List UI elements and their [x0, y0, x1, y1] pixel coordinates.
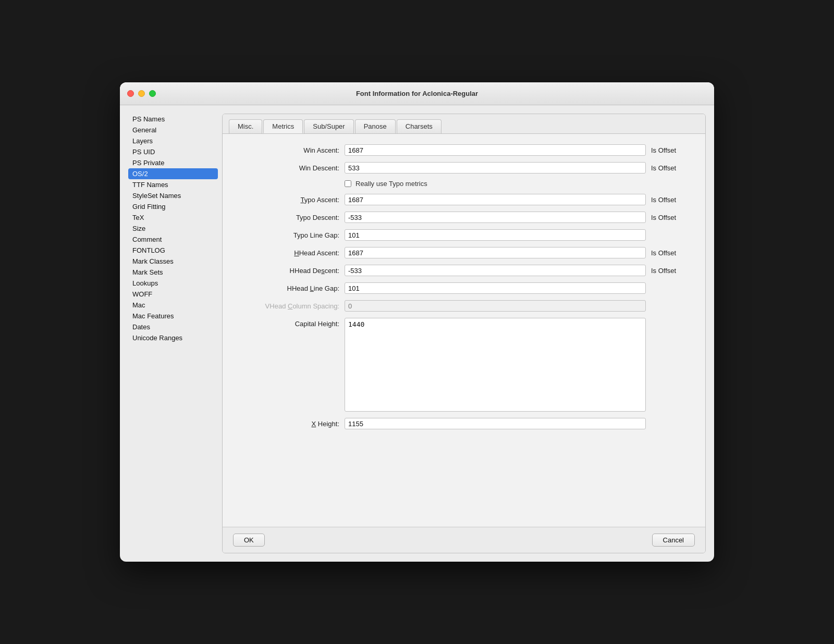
sidebar-item-mac-features[interactable]: Mac Features — [128, 311, 218, 321]
maximize-button[interactable] — [149, 90, 156, 97]
tab-charsets[interactable]: Charsets — [397, 119, 441, 133]
win-descent-offset: Is Offset — [651, 164, 693, 172]
typo-descent-label: Typo Descent: — [235, 214, 339, 221]
sidebar-item-size[interactable]: Size — [128, 223, 218, 234]
typo-line-gap-label: Typo Line Gap: — [235, 231, 339, 239]
sidebar-item-ps-names[interactable]: PS Names — [128, 114, 218, 125]
hhead-descent-row: HHead Descent: Is Offset — [235, 265, 693, 276]
capital-height-label: Capital Height: — [235, 318, 339, 328]
sidebar-item-styleset-names[interactable]: StyleSet Names — [128, 190, 218, 201]
sidebar-item-ps-uid[interactable]: PS UID — [128, 146, 218, 157]
titlebar: Font Information for Aclonica-Regular — [120, 82, 714, 105]
x-height-input[interactable] — [345, 418, 646, 429]
sidebar-item-layers[interactable]: Layers — [128, 135, 218, 146]
capital-height-textarea[interactable]: 1440 — [345, 318, 646, 412]
hhead-descent-input[interactable] — [345, 265, 646, 276]
typo-descent-row: Typo Descent: Is Offset — [235, 212, 693, 223]
sidebar-item-fontlog[interactable]: FONTLOG — [128, 245, 218, 256]
hhead-ascent-offset: Is Offset — [651, 249, 693, 257]
really-use-typo-row: Really use Typo metrics — [235, 180, 693, 188]
sidebar-item-grid-fitting[interactable]: Grid Fitting — [128, 201, 218, 212]
tab-bar: Misc.MetricsSub/SuperPanoseCharsets — [223, 114, 705, 134]
typo-descent-input[interactable] — [345, 212, 646, 223]
vhead-column-spacing-label: VHead Column Spacing: — [235, 302, 339, 310]
win-ascent-row: Win Ascent: Is Offset — [235, 144, 693, 156]
main-window: Font Information for Aclonica-Regular PS… — [120, 82, 714, 562]
x-height-label: X Height: — [235, 420, 339, 428]
typo-line-gap-row: Typo Line Gap: — [235, 229, 693, 241]
traffic-lights — [127, 90, 156, 97]
tab-metrics[interactable]: Metrics — [263, 119, 303, 133]
close-button[interactable] — [127, 90, 134, 97]
hhead-descent-offset: Is Offset — [651, 267, 693, 275]
sidebar-item-comment[interactable]: Comment — [128, 234, 218, 245]
sidebar-item-ps-private[interactable]: PS Private — [128, 157, 218, 168]
hhead-ascent-label: HHead Ascent: — [235, 249, 339, 257]
sidebar-item-general[interactable]: General — [128, 125, 218, 135]
typo-ascent-label: Typo Ascent: — [235, 196, 339, 204]
hhead-line-gap-input[interactable] — [345, 282, 646, 294]
hhead-ascent-input[interactable] — [345, 247, 646, 258]
sidebar-item-unicode-ranges[interactable]: Unicode Ranges — [128, 332, 218, 343]
x-height-row: X Height: — [235, 418, 693, 429]
main-content: Misc.MetricsSub/SuperPanoseCharsets Win … — [222, 114, 706, 553]
form-area: Win Ascent: Is Offset Win Descent: Is Of… — [223, 134, 705, 527]
win-descent-row: Win Descent: Is Offset — [235, 162, 693, 174]
hhead-line-gap-label: HHead Line Gap: — [235, 284, 339, 292]
sidebar-item-tex[interactable]: TeX — [128, 212, 218, 223]
really-use-typo-checkbox[interactable] — [345, 180, 351, 187]
typo-line-gap-input[interactable] — [345, 229, 646, 241]
sidebar: PS NamesGeneralLayersPS UIDPS PrivateOS/… — [128, 114, 222, 553]
sidebar-item-woff[interactable]: WOFF — [128, 289, 218, 300]
minimize-button[interactable] — [138, 90, 145, 97]
win-descent-input[interactable] — [345, 162, 646, 174]
typo-descent-offset: Is Offset — [651, 214, 693, 221]
window-title: Font Information for Aclonica-Regular — [356, 90, 478, 97]
window-body: PS NamesGeneralLayersPS UIDPS PrivateOS/… — [120, 105, 714, 562]
typo-ascent-offset: Is Offset — [651, 196, 693, 204]
tab-misc[interactable]: Misc. — [229, 119, 262, 133]
capital-height-row: Capital Height: 1440 — [235, 318, 693, 412]
typo-ascent-row: Typo Ascent: Is Offset — [235, 194, 693, 205]
really-use-typo-label: Really use Typo metrics — [355, 180, 427, 188]
bottom-bar: OK Cancel — [223, 527, 705, 553]
sidebar-item-mark-classes[interactable]: Mark Classes — [128, 256, 218, 267]
sidebar-item-lookups[interactable]: Lookups — [128, 278, 218, 289]
win-descent-label: Win Descent: — [235, 164, 339, 172]
cancel-button[interactable]: Cancel — [652, 534, 695, 547]
sidebar-item-mac[interactable]: Mac — [128, 300, 218, 311]
sidebar-item-os2[interactable]: OS/2 — [128, 168, 218, 179]
win-ascent-input[interactable] — [345, 144, 646, 156]
typo-ascent-input[interactable] — [345, 194, 646, 205]
sidebar-item-ttf-names[interactable]: TTF Names — [128, 179, 218, 190]
vhead-column-spacing-input[interactable] — [345, 300, 646, 312]
sidebar-item-dates[interactable]: Dates — [128, 321, 218, 332]
tab-panose[interactable]: Panose — [355, 119, 396, 133]
hhead-descent-label: HHead Descent: — [235, 267, 339, 275]
hhead-ascent-row: HHead Ascent: Is Offset — [235, 247, 693, 258]
tab-subsuper[interactable]: Sub/Super — [304, 119, 353, 133]
hhead-line-gap-row: HHead Line Gap: — [235, 282, 693, 294]
win-ascent-label: Win Ascent: — [235, 146, 339, 154]
sidebar-item-mark-sets[interactable]: Mark Sets — [128, 267, 218, 278]
ok-button[interactable]: OK — [233, 534, 265, 547]
vhead-column-spacing-row: VHead Column Spacing: — [235, 300, 693, 312]
win-ascent-offset: Is Offset — [651, 146, 693, 154]
